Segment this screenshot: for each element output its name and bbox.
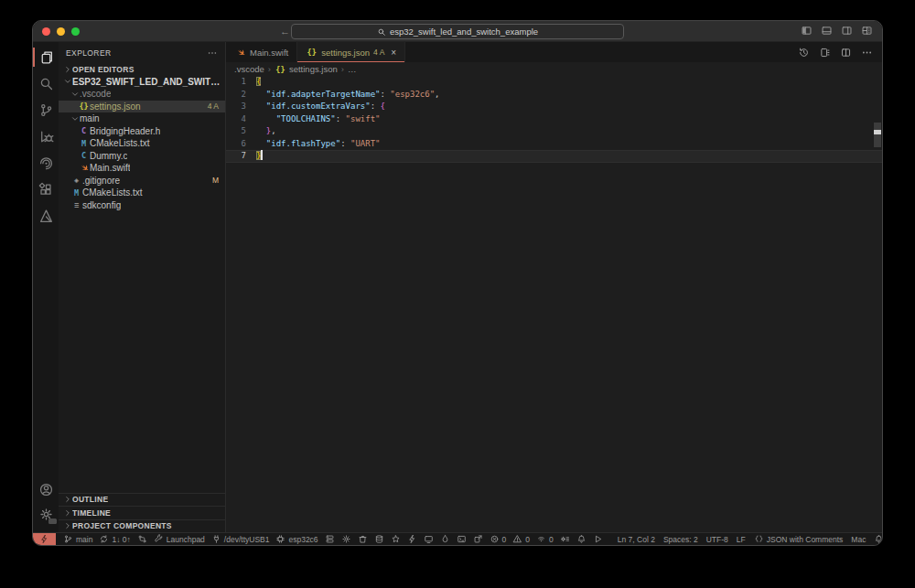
- status-indentation[interactable]: Spaces: 2: [663, 533, 698, 545]
- status-run-task[interactable]: [593, 533, 603, 545]
- customize-layout-icon[interactable]: [861, 25, 873, 37]
- tree-item-cmakelists-txt[interactable]: MCMakeLists.txt: [59, 187, 225, 199]
- section-outline[interactable]: OUTLINE: [59, 493, 225, 507]
- toggle-secondary-sidebar-icon[interactable]: [841, 25, 853, 37]
- tab-settings-json[interactable]: {}settings.json4 A×: [297, 42, 405, 62]
- chevron-down-icon: [70, 90, 80, 99]
- vscode-window: ← → esp32_swift_led_and_switch_example E…: [32, 20, 883, 546]
- search-icon: [38, 76, 54, 91]
- status-warnings[interactable]: 0: [512, 533, 530, 545]
- tree-item-settings-json[interactable]: {}settings.json4 A: [59, 101, 225, 113]
- tree-item--gitignore[interactable]: ◈.gitignoreM: [59, 175, 225, 187]
- tree-item-open-editors[interactable]: OPEN EDITORS: [59, 63, 225, 76]
- tree-item-main[interactable]: main: [59, 112, 225, 125]
- status-idf-tools[interactable]: [560, 533, 570, 545]
- status-bar: main1↓ 0↑Launchpad/dev/ttyUSB1esp32c6000…: [33, 532, 882, 545]
- activity-espressif-idf[interactable]: [33, 150, 59, 176]
- tree-item-dummy-c[interactable]: CDummy.c: [59, 150, 225, 163]
- close-tab-icon[interactable]: ×: [391, 48, 396, 58]
- open-changes-icon[interactable]: [819, 47, 831, 59]
- activity-search[interactable]: [33, 70, 59, 97]
- status-custom-task[interactable]: [473, 533, 483, 545]
- section-timeline[interactable]: TIMELINE: [59, 506, 225, 519]
- close-window-button[interactable]: [42, 27, 50, 36]
- activity-extensions[interactable]: [33, 176, 59, 203]
- activity-explorer[interactable]: [33, 44, 59, 70]
- tree-item--vscode[interactable]: .vscode: [59, 88, 225, 101]
- status-openocd[interactable]: [391, 533, 401, 545]
- status-rainmaker[interactable]: 0: [536, 533, 554, 545]
- status-esp-launchpad[interactable]: Launchpad: [154, 533, 205, 545]
- section-project-components[interactable]: PROJECT COMPONENTS: [59, 519, 225, 533]
- code-line-3[interactable]: 3 "idf.customExtraVars": {: [226, 101, 882, 113]
- warnings-icon: [512, 534, 522, 544]
- status-git-sync[interactable]: 1↓ 0↑: [99, 533, 130, 545]
- tab-main-swift[interactable]: Main.swift: [226, 42, 297, 62]
- source-control-icon: [38, 102, 54, 118]
- status-espressif-accent[interactable]: [33, 533, 56, 545]
- status-language-mode[interactable]: JSON with Comments: [754, 533, 844, 545]
- status-serial-port[interactable]: /dev/ttyUSB1: [211, 533, 270, 545]
- status-idf-target[interactable]: esp32c6: [275, 533, 318, 545]
- status-monitor[interactable]: [424, 533, 434, 545]
- tree-item-cmakelists-txt[interactable]: MCMakeLists.txt: [59, 137, 225, 150]
- activity-cmake[interactable]: [33, 203, 59, 230]
- tree-item-bridgingheader-h[interactable]: CBridgingHeader.h: [59, 125, 225, 138]
- status-notifications[interactable]: [874, 533, 882, 545]
- activity-source-control[interactable]: [33, 97, 59, 123]
- tree-item-sdkconfig[interactable]: ≡sdkconfig: [59, 199, 225, 212]
- code-line-1[interactable]: 1{: [226, 76, 882, 89]
- tab-bar: Main.swift{}settings.json4 A×: [226, 42, 882, 62]
- idf-target-icon: [275, 534, 285, 544]
- status-git-branch[interactable]: main: [63, 533, 92, 545]
- chevron-right-icon: [63, 508, 72, 518]
- breadcrumb-item[interactable]: {}settings.json: [274, 64, 338, 74]
- status-build[interactable]: [374, 533, 384, 545]
- status-menuconfig[interactable]: [341, 533, 351, 545]
- status-idf-version[interactable]: [137, 533, 147, 545]
- swift-file-icon: [234, 48, 246, 58]
- tree-item-esp32-swift-led-and-switch-example[interactable]: ESP32_SWIFT_LED_AND_SWITCH_EXAMPLE: [59, 76, 225, 89]
- more-actions-icon[interactable]: [861, 47, 873, 59]
- status-eol[interactable]: LF: [737, 533, 746, 545]
- status-idf-terminal[interactable]: [457, 533, 467, 545]
- toggle-primary-sidebar-icon[interactable]: [801, 25, 813, 37]
- nav-back-button[interactable]: ←: [280, 25, 290, 37]
- breadcrumb-item[interactable]: .vscode: [234, 64, 264, 74]
- activity-settings[interactable]: [33, 502, 59, 527]
- code-line-5[interactable]: 5 },: [226, 125, 882, 138]
- status-full-clean[interactable]: [358, 533, 368, 545]
- status-alerts[interactable]: [576, 533, 587, 545]
- code-line-7[interactable]: 7}: [226, 150, 882, 163]
- local-history-icon[interactable]: [798, 47, 810, 59]
- status-errors[interactable]: 0: [490, 533, 507, 545]
- code-line-4[interactable]: 4 "TOOLCHAINS": "swift": [226, 113, 882, 126]
- serial-port-icon: [211, 534, 221, 544]
- toggle-panel-icon[interactable]: [821, 25, 833, 37]
- c-header-file-icon: C: [78, 126, 90, 135]
- editor-scrollbar[interactable]: [874, 123, 881, 147]
- status-flash[interactable]: [407, 533, 417, 545]
- chevron-right-icon: [63, 521, 72, 530]
- code-editor[interactable]: 1{2 "idf.adapterTargetName": "esp32c6",3…: [226, 76, 882, 532]
- explorer-more-actions-icon[interactable]: [207, 48, 218, 59]
- activity-run-debug[interactable]: [33, 123, 59, 150]
- split-editor-icon[interactable]: [840, 47, 852, 59]
- line-number: 5: [226, 125, 256, 138]
- breadcrumb[interactable]: .vscode›{}settings.json›…: [226, 62, 882, 76]
- code-line-6[interactable]: 6 "idf.flashType": "UART": [226, 138, 882, 151]
- status-build-flash-monitor[interactable]: [440, 533, 450, 545]
- activity-accounts[interactable]: [33, 477, 59, 502]
- status-cursor-position[interactable]: Ln 7, Col 2: [618, 533, 655, 545]
- code-line-2[interactable]: 2 "idf.adapterTargetName": "esp32c6",: [226, 89, 882, 102]
- zoom-window-button[interactable]: [71, 27, 80, 36]
- minimize-window-button[interactable]: [57, 27, 65, 36]
- command-center[interactable]: esp32_swift_led_and_switch_example: [291, 24, 624, 39]
- status-os-indicator[interactable]: Mac: [851, 533, 866, 545]
- tree-item-main-swift[interactable]: Main.swift: [59, 162, 225, 175]
- status-encoding[interactable]: UTF-8: [706, 533, 728, 545]
- status-flash-method[interactable]: [325, 533, 335, 545]
- account-icon: [38, 482, 54, 497]
- git-file-icon: ◈: [70, 176, 82, 185]
- breadcrumb-item[interactable]: …: [348, 64, 357, 74]
